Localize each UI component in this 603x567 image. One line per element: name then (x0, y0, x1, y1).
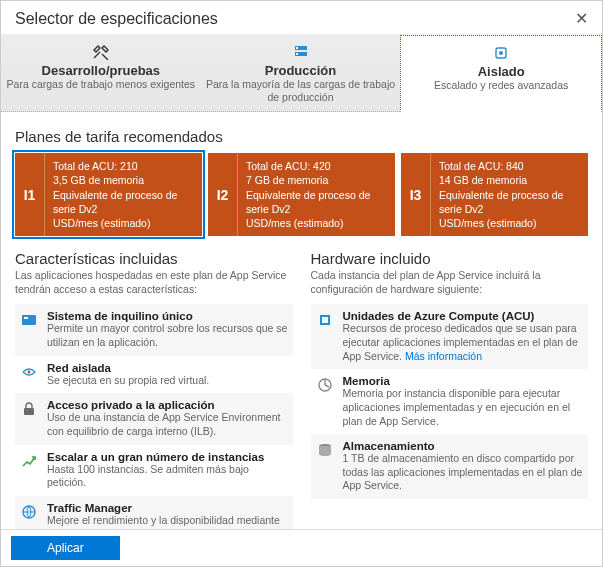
dialog-title: Selector de especificaciones (15, 10, 218, 28)
feature-item: Red aisladaSe ejecuta en su propia red v… (15, 356, 293, 394)
network-icon (19, 362, 39, 382)
plan-code: I1 (15, 153, 45, 236)
svg-point-5 (499, 51, 503, 55)
svg-rect-12 (322, 317, 328, 323)
svg-rect-6 (22, 315, 36, 325)
dialog-header: Selector de especificaciones ✕ (1, 1, 602, 35)
pricing-plans: I1 Total de ACU: 210 3,5 GB de memoria E… (15, 153, 588, 236)
plan-code: I2 (208, 153, 238, 236)
hardware-title: Unidades de Azure Compute (ACU) (343, 310, 585, 322)
cpu-icon (315, 310, 335, 330)
hardware-column: Hardware incluido Cada instancia del pla… (311, 250, 589, 561)
svg-rect-3 (296, 53, 298, 55)
plan-line: 3,5 GB de memoria (53, 173, 194, 187)
plan-line: USD/mes (estimado) (53, 216, 194, 230)
recommended-heading: Planes de tarifa recomendados (15, 128, 588, 145)
hardware-desc: Recursos de proceso dedicados que se usa… (343, 322, 585, 363)
feature-title: Red aislada (47, 362, 209, 374)
hardware-item: MemoriaMemoria por instancia disponible … (311, 369, 589, 434)
tab-sub: Escalado y redes avanzadas (405, 79, 597, 92)
plan-code: I3 (401, 153, 431, 236)
plan-line: Total de ACU: 420 (246, 159, 387, 173)
tab-dev-test[interactable]: Desarrollo/pruebas Para cargas de trabaj… (1, 35, 201, 111)
plan-line: Total de ACU: 840 (439, 159, 580, 173)
feature-item: Acceso privado a la aplicaciónUso de una… (15, 393, 293, 444)
plan-i1[interactable]: I1 Total de ACU: 210 3,5 GB de memoria E… (15, 153, 202, 236)
features-sub: Las aplicaciones hospedadas en este plan… (15, 269, 293, 296)
hardware-desc: Memoria por instancia disponible para ej… (343, 387, 585, 428)
scale-icon (19, 451, 39, 471)
plan-line: 14 GB de memoria (439, 173, 580, 187)
feature-desc: Hasta 100 instancias. Se admiten más baj… (47, 463, 289, 490)
hardware-title: Almacenamiento (343, 440, 585, 452)
memory-icon (315, 375, 335, 395)
hardware-item: Almacenamiento1 TB de almacenamiento en … (311, 434, 589, 499)
plan-body: Total de ACU: 210 3,5 GB de memoria Equi… (45, 153, 202, 236)
tab-title: Desarrollo/pruebas (5, 63, 197, 78)
plan-line: USD/mes (estimado) (439, 216, 580, 230)
hardware-title: Memoria (343, 375, 585, 387)
plan-line: Equivalente de proceso de serie Dv2 (439, 188, 580, 216)
svg-rect-7 (24, 317, 28, 319)
hardware-sub: Cada instancia del plan de App Service i… (311, 269, 589, 296)
plan-line: Equivalente de proceso de serie Dv2 (53, 188, 194, 216)
storage-icon (315, 440, 335, 460)
tab-sub: Para cargas de trabajo menos exigentes (5, 78, 197, 91)
tab-production[interactable]: Producción Para la mayoría de las cargas… (201, 35, 401, 111)
feature-title: Escalar a un gran número de instancias (47, 451, 289, 463)
tab-isolated[interactable]: Aislado Escalado y redes avanzadas (400, 35, 602, 112)
hardware-heading: Hardware incluido (311, 250, 589, 267)
tools-icon (5, 43, 197, 61)
plan-line: Total de ACU: 210 (53, 159, 194, 173)
feature-title: Acceso privado a la aplicación (47, 399, 289, 411)
plan-i2[interactable]: I2 Total de ACU: 420 7 GB de memoria Equ… (208, 153, 395, 236)
feature-desc: Uso de una instancia de App Service Envi… (47, 411, 289, 438)
feature-desc: Se ejecuta en su propia red virtual. (47, 374, 209, 388)
isolated-icon (405, 44, 597, 62)
lock-icon (19, 399, 39, 419)
tenant-icon (19, 310, 39, 330)
close-icon[interactable]: ✕ (575, 9, 588, 28)
plan-body: Total de ACU: 420 7 GB de memoria Equiva… (238, 153, 395, 236)
features-heading: Características incluidas (15, 250, 293, 267)
hardware-desc: 1 TB de almacenamiento en disco comparti… (343, 452, 585, 493)
plan-body: Total de ACU: 840 14 GB de memoria Equiv… (431, 153, 588, 236)
plan-i3[interactable]: I3 Total de ACU: 840 14 GB de memoria Eq… (401, 153, 588, 236)
feature-desc: Permite un mayor control sobre los recur… (47, 322, 289, 349)
server-icon (205, 43, 397, 61)
hardware-item: Unidades de Azure Compute (ACU)Recursos … (311, 304, 589, 369)
svg-rect-2 (296, 47, 298, 49)
tab-sub: Para la mayoría de las cargas de trabajo… (205, 78, 397, 103)
feature-item: Sistema de inquilino únicoPermite un may… (15, 304, 293, 355)
feature-item: Escalar a un gran número de instanciasHa… (15, 445, 293, 496)
features-column: Características incluidas Las aplicacion… (15, 250, 293, 561)
plan-line: Equivalente de proceso de serie Dv2 (246, 188, 387, 216)
tab-title: Aislado (405, 64, 597, 79)
dialog-footer: Aplicar (1, 529, 602, 566)
traffic-icon (19, 502, 39, 522)
tier-tabs: Desarrollo/pruebas Para cargas de trabaj… (1, 35, 602, 112)
feature-title: Sistema de inquilino único (47, 310, 289, 322)
svg-point-8 (28, 370, 31, 373)
feature-title: Traffic Manager (47, 502, 289, 514)
apply-button[interactable]: Aplicar (11, 536, 120, 560)
tab-title: Producción (205, 63, 397, 78)
svg-rect-9 (24, 408, 34, 415)
more-info-link[interactable]: Más información (405, 350, 482, 362)
plan-line: 7 GB de memoria (246, 173, 387, 187)
plan-line: USD/mes (estimado) (246, 216, 387, 230)
